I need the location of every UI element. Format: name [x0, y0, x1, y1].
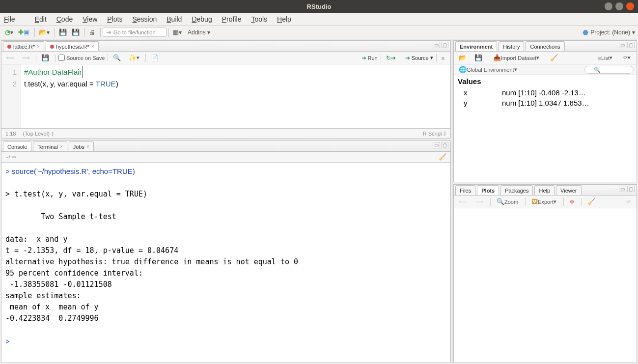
- open-file-button[interactable]: 📂 ▾: [37, 28, 52, 37]
- source-toolbar: ⟸ ⟹ 💾 Source on Save 🔍 ✨ ▾ 📄 ➔Run ↻➔ ➔So…: [1, 52, 450, 64]
- menu-code[interactable]: Code: [56, 15, 73, 23]
- tab-terminal[interactable]: Terminal×: [33, 141, 67, 151]
- clear-console-button[interactable]: 🧹: [439, 154, 446, 160]
- pane-maximize-icon[interactable]: ▢: [441, 42, 448, 48]
- run-button[interactable]: ➔Run: [361, 55, 378, 61]
- scope-indicator[interactable]: (Top Level) ‡: [23, 131, 54, 137]
- plots-panel: Files Plots Packages Help Viewer ▭▢ ⟸ ⟹ …: [453, 184, 637, 363]
- tab-files[interactable]: Files: [455, 185, 475, 195]
- source-tab-lattice[interactable]: lattice.R*×: [3, 41, 44, 51]
- wand-button[interactable]: ✨ ▾: [127, 54, 141, 62]
- import-dataset-button[interactable]: 📥 Import Dataset ▾: [491, 54, 541, 62]
- env-list: Values xnum [1:10] -0.408 -2.13… ynum [1…: [454, 75, 637, 182]
- zoom-button[interactable]: 🔍 Zoom: [495, 197, 520, 206]
- export-button[interactable]: 🖼 Export ▾: [529, 197, 558, 206]
- menu-view[interactable]: View: [83, 15, 97, 23]
- menu-plots[interactable]: Plots: [107, 15, 122, 23]
- remove-plot-button[interactable]: ⊗: [568, 197, 576, 206]
- env-row[interactable]: xnum [1:10] -0.408 -2.13…: [454, 87, 637, 98]
- env-section-values: Values: [454, 75, 637, 87]
- env-toolbar: 📂 💾 📥 Import Dataset ▾ 🧹 ≡ List ▾ ⟳ ▾: [454, 52, 637, 64]
- back-button[interactable]: ⟸: [4, 54, 16, 62]
- clear-env-button[interactable]: 🧹: [548, 54, 560, 62]
- code-content[interactable]: #Author DataFlair t.test(x, y, var.equal…: [21, 64, 121, 128]
- tab-viewer[interactable]: Viewer: [556, 185, 581, 195]
- menu-edit[interactable]: Edit: [35, 15, 47, 23]
- list-mode-button[interactable]: ≡ List ▾: [596, 54, 614, 62]
- window-close-button[interactable]: [626, 2, 634, 10]
- source-button[interactable]: ➔Source ▾: [405, 55, 433, 61]
- close-icon[interactable]: ×: [91, 44, 94, 49]
- cursor-position: 1:18: [5, 131, 16, 137]
- language-indicator[interactable]: R Script ‡: [423, 131, 446, 137]
- save-all-button[interactable]: 💾: [70, 28, 82, 36]
- plot-area: [454, 208, 637, 363]
- tab-history[interactable]: History: [499, 41, 524, 51]
- close-icon[interactable]: ×: [86, 144, 89, 149]
- tab-connections[interactable]: Connections: [526, 41, 564, 51]
- save-workspace-button[interactable]: 💾: [472, 54, 484, 62]
- env-search-input[interactable]: [584, 66, 634, 74]
- menu-session[interactable]: Session: [132, 15, 157, 23]
- pane-maximize-icon[interactable]: ▢: [441, 142, 448, 148]
- goto-file-input[interactable]: ➔Go to file/function: [103, 28, 166, 37]
- forward-button[interactable]: ⟹: [20, 54, 32, 62]
- close-icon[interactable]: ×: [37, 44, 40, 49]
- console-output[interactable]: > source('~/hypothesis.R', echo=TRUE) > …: [1, 163, 450, 363]
- env-row[interactable]: ynum [1:10] 1.0347 1.653…: [454, 98, 637, 108]
- console-path-bar: ~/ ⇒ 🧹: [1, 152, 450, 163]
- env-scope-bar: 🌐 Global Environment ▾: [454, 64, 637, 75]
- tab-console[interactable]: Console: [3, 141, 31, 151]
- addins-menu[interactable]: Addins ▾: [185, 28, 213, 37]
- scope-selector[interactable]: 🌐 Global Environment ▾: [457, 65, 519, 74]
- report-button[interactable]: 📄: [149, 54, 161, 62]
- window-minimize-button[interactable]: [605, 2, 612, 10]
- menu-tools[interactable]: Tools: [251, 15, 267, 23]
- clear-plots-button[interactable]: 🧹: [585, 197, 597, 206]
- load-workspace-button[interactable]: 📂: [457, 54, 469, 62]
- pane-minimize-icon[interactable]: ▭: [619, 42, 626, 48]
- console-panel: Console Terminal× Jobs× ▭▢ ~/ ⇒ 🧹 > sour…: [1, 140, 451, 363]
- gutter: 12: [1, 64, 21, 128]
- console-tabstrip: Console Terminal× Jobs× ▭▢: [1, 141, 450, 152]
- tab-plots[interactable]: Plots: [477, 185, 499, 195]
- print-button[interactable]: 🖨: [87, 28, 97, 36]
- plots-tabstrip: Files Plots Packages Help Viewer ▭▢: [454, 185, 637, 196]
- menu-help[interactable]: Help: [277, 15, 291, 23]
- tab-packages[interactable]: Packages: [500, 185, 533, 195]
- pane-minimize-icon[interactable]: ▭: [619, 186, 626, 192]
- menu-debug[interactable]: Debug: [192, 15, 212, 23]
- project-indicator[interactable]: ⬣Project: (None) ▾: [583, 28, 635, 36]
- environment-panel: Environment History Connections ▭▢ 📂 💾 📥…: [453, 40, 637, 182]
- find-button[interactable]: 🔍: [111, 54, 123, 62]
- rerun-button[interactable]: ↻➔: [384, 54, 398, 62]
- source-tab-hypothesis[interactable]: hypothesis.R*×: [46, 41, 99, 51]
- refresh-button[interactable]: ⟳ ▾: [621, 54, 633, 62]
- new-file-button[interactable]: ◔ ▾: [3, 28, 15, 37]
- window-maximize-button[interactable]: [615, 2, 623, 10]
- modified-indicator-icon: [50, 45, 54, 49]
- outline-button[interactable]: ≡: [440, 54, 446, 62]
- console-cwd: ~/: [5, 154, 10, 160]
- save-source-button[interactable]: 💾: [39, 54, 51, 62]
- pane-maximize-icon[interactable]: ▢: [627, 186, 635, 192]
- menu-file[interactable]: File: [4, 15, 25, 23]
- plot-next-button[interactable]: ⟹: [473, 197, 485, 206]
- pane-minimize-icon[interactable]: ▭: [433, 42, 440, 48]
- menu-build[interactable]: Build: [166, 15, 182, 23]
- tab-environment[interactable]: Environment: [455, 41, 497, 51]
- code-editor[interactable]: 12 #Author DataFlair t.test(x, y, var.eq…: [1, 64, 450, 128]
- refresh-plots-button[interactable]: ⟳: [624, 197, 633, 206]
- source-tabstrip: lattice.R*× hypothesis.R*× ▭▢: [1, 41, 450, 52]
- plot-prev-button[interactable]: ⟸: [457, 197, 469, 206]
- save-button[interactable]: 💾: [57, 28, 69, 36]
- pane-minimize-icon[interactable]: ▭: [433, 142, 440, 148]
- menu-profile[interactable]: Profile: [222, 15, 242, 23]
- tab-help[interactable]: Help: [534, 185, 555, 195]
- source-on-save-checkbox[interactable]: Source on Save: [58, 55, 105, 61]
- close-icon[interactable]: ×: [60, 144, 63, 149]
- new-project-button[interactable]: ✚▣: [16, 28, 31, 36]
- tab-jobs[interactable]: Jobs×: [69, 141, 94, 151]
- grid-button[interactable]: ▦ ▾: [171, 28, 184, 37]
- pane-maximize-icon[interactable]: ▢: [627, 42, 635, 48]
